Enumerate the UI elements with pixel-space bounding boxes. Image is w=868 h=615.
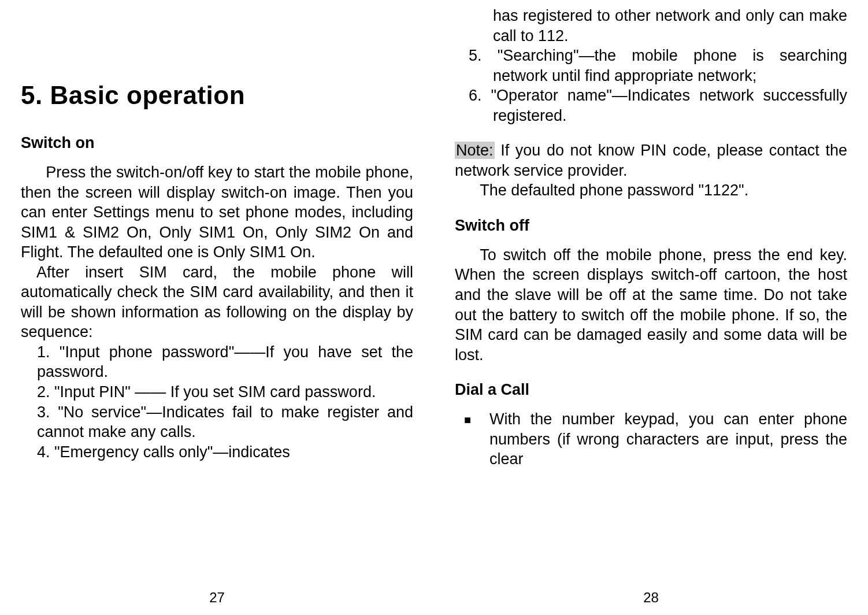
list-item-4-continued: has registered to other network and only… xyxy=(455,6,847,46)
list-item-5: 5. "Searching"—the mobile phone is searc… xyxy=(455,46,847,86)
dial-bullet-text: With the number keypad, you can enter ph… xyxy=(489,409,847,469)
list-item-4-start: 4. "Emergency calls only"—indicates xyxy=(21,442,413,462)
sequence-list: 1. "Input phone password"——If you have s… xyxy=(21,342,413,462)
page-left: 5. Basic operation Switch on Press the s… xyxy=(0,0,434,615)
dial-bullet-item: ■ With the number keypad, you can enter … xyxy=(455,409,847,469)
subhead-switch-on: Switch on xyxy=(21,134,413,152)
page-number-left: 27 xyxy=(0,590,434,606)
page-spread: 5. Basic operation Switch on Press the s… xyxy=(0,0,868,615)
note-label: Note: xyxy=(455,142,495,159)
list-item-2: 2. "Input PIN" —— If you set SIM card pa… xyxy=(21,382,413,402)
list-item-6: 6. "Operator name"—Indicates network suc… xyxy=(455,86,847,125)
page-right: has registered to other network and only… xyxy=(434,0,868,615)
switch-on-paragraph-1: Press the switch-on/off key to start the… xyxy=(21,162,413,262)
spacer xyxy=(455,125,847,140)
list-item-1: 1. "Input phone password"——If you have s… xyxy=(21,342,413,382)
note-paragraph: Note: If you do not know PIN code, pleas… xyxy=(455,140,847,180)
list-item-3: 3. "No service"—Indicates fail to make r… xyxy=(21,402,413,442)
sequence-list-continued: has registered to other network and only… xyxy=(455,6,847,125)
chapter-heading: 5. Basic operation xyxy=(21,81,413,110)
switch-off-paragraph: To switch off the mobile phone, press th… xyxy=(455,245,847,365)
page-number-right: 28 xyxy=(434,590,868,606)
note-body: If you do not know PIN code, please cont… xyxy=(455,142,847,179)
switch-on-paragraph-2: After insert SIM card, the mobile phone … xyxy=(21,262,413,342)
subhead-dial-a-call: Dial a Call xyxy=(455,381,847,399)
square-bullet-icon: ■ xyxy=(464,409,489,469)
note-paragraph-2: The defaulted phone password "1122". xyxy=(455,180,847,201)
subhead-switch-off: Switch off xyxy=(455,217,847,235)
